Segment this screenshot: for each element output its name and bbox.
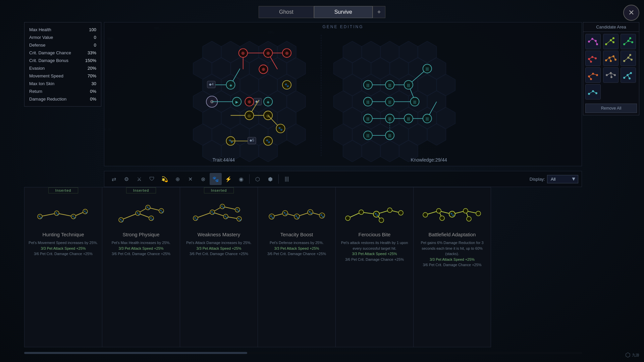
svg-text:⊕: ⊕ [262, 67, 265, 72]
card-stat1-ferocious: 3/3 Pet Attack Speed +25% [352, 251, 397, 257]
gene-diagram-weakness: 🐾 🐾 🐾 🐾 🐾 🐾 [189, 198, 249, 228]
filter-hex-fill-icon[interactable]: ⬢ [264, 173, 276, 185]
svg-point-128 [605, 59, 607, 61]
svg-point-144 [590, 78, 592, 80]
card-hunting-technique[interactable]: Inserted 🐾 🐾 🐾 🐾 Hunting Technique [24, 187, 102, 347]
svg-text:🐾: 🐾 [136, 212, 140, 216]
svg-text:⊕: ⊕ [266, 51, 270, 56]
candidate-item-1[interactable] [585, 34, 601, 49]
filter-shield-icon[interactable]: 🛡 [146, 173, 158, 185]
svg-text:|||: ||| [388, 83, 391, 87]
filter-bars-icon[interactable]: ||| [281, 173, 293, 185]
filter-swap-icon[interactable]: ⇄ [108, 173, 120, 185]
remove-all-button[interactable]: Remove All [585, 104, 637, 113]
svg-text:|||: ||| [413, 100, 416, 104]
svg-point-150 [606, 74, 608, 76]
card-strong-physique[interactable]: Inserted 🐾 🐾 🐾 🐾 🐾 [102, 187, 180, 347]
card-stat2-battlefield: 3/6 Pet Crit. Damage Chance +25% [423, 262, 481, 268]
svg-text:🐾: 🐾 [159, 209, 163, 213]
svg-point-131 [610, 60, 612, 62]
filter-bolt-icon[interactable]: ⚡ [222, 173, 234, 185]
svg-point-247 [467, 217, 471, 221]
svg-point-244 [463, 208, 468, 213]
gene-editing-area[interactable]: GENE EDITING [104, 22, 582, 166]
candidate-item-3[interactable] [621, 34, 636, 49]
svg-text:⊕: ⊕ [285, 51, 289, 56]
tab-survive[interactable]: Survive [314, 6, 373, 18]
stat-max-health: Max Health 100 [24, 26, 101, 34]
candidate-item-6[interactable] [621, 51, 636, 66]
logo-bottom-right: ⬡ 九游 [625, 351, 639, 359]
card-desc-weakness: Pet's Attack Damage increases by 25%. [186, 240, 252, 246]
svg-text:🐾: 🐾 [71, 215, 75, 219]
card-name-battlefield: Battlefield Adaptation [429, 232, 476, 237]
logo-icon: ⬡ [625, 351, 631, 359]
svg-point-228 [359, 210, 364, 215]
svg-point-152 [614, 74, 616, 76]
filter-circle-icon[interactable]: ⊕ [171, 173, 183, 185]
candidate-title: Candidate Area [583, 22, 639, 32]
candidate-item-9[interactable] [621, 67, 636, 83]
svg-point-138 [631, 59, 633, 61]
filter-bullseye-icon[interactable]: ◉ [235, 173, 247, 185]
candidate-item-10[interactable] [585, 84, 601, 100]
filter-attack-icon[interactable]: ⚔ [133, 173, 145, 185]
candidate-item-5[interactable] [603, 51, 619, 66]
display-label: Display: [530, 177, 545, 182]
candidate-item-4[interactable] [585, 51, 601, 66]
svg-text:🐾: 🐾 [270, 215, 274, 219]
card-name-hunting: Hunting Technique [43, 232, 84, 237]
gene-icon-weakness: 🐾 🐾 🐾 🐾 🐾 🐾 [183, 195, 254, 232]
svg-point-245 [476, 211, 481, 216]
close-button[interactable]: ✕ [623, 5, 639, 21]
filter-gear-icon[interactable]: ⚙ [120, 173, 132, 185]
tab-add-button[interactable]: + [373, 6, 385, 18]
card-tenacity-boost[interactable]: 🐾 🐾 🐾 🐾 🐾 Tenacity Boost Pet's Defense i… [258, 187, 335, 347]
gene-diagram-hunting: 🐾 🐾 🐾 🐾 [33, 198, 94, 228]
cards-area[interactable]: Inserted 🐾 🐾 🐾 🐾 Hunting Technique [24, 187, 644, 347]
display-dropdown[interactable]: All Inserted Available [547, 175, 578, 183]
svg-point-136 [623, 60, 625, 62]
candidate-item-7[interactable] [585, 67, 601, 83]
svg-point-132 [614, 59, 616, 61]
gene-icon-hunting: 🐾 🐾 🐾 🐾 [28, 195, 99, 232]
stat-armor: Armor Value 0 [24, 34, 101, 41]
filter-cross-icon[interactable]: ✕ [184, 173, 196, 185]
svg-text:|||: ||| [367, 83, 370, 87]
svg-text:◆4: ◆4 [209, 82, 214, 86]
filter-hex-outline-icon[interactable]: ⬡ [252, 173, 264, 185]
card-weakness-mastery[interactable]: Inserted 🐾 🐾 🐾 🐾 🐾 [180, 187, 258, 347]
card-stat1-tenacity: 3/3 Pet Attack Speed +25% [274, 246, 319, 251]
filter-circle2-icon[interactable]: ⊗ [197, 173, 209, 185]
svg-text:▶: ▶ [235, 100, 238, 104]
stat-return: Return 0% [24, 87, 101, 95]
svg-point-143 [588, 75, 590, 77]
card-desc-physique: Pet's Max Health increases by 25%. [112, 240, 171, 246]
svg-point-99 [588, 41, 590, 43]
display-dropdown-container[interactable]: All Inserted Available ▼ [547, 175, 578, 183]
svg-point-151 [610, 72, 612, 74]
card-battlefield[interactable]: 🐾 Battlefield Adaptation Pet gains 6% Da… [413, 187, 491, 347]
tab-ghost[interactable]: Ghost [259, 6, 314, 18]
main-container: NH₂ NH₂ H-N N NH₂ N NH₂ N ✕ Ghost Surviv… [0, 0, 644, 362]
stats-panel: Max Health 100 Armor Value 0 Defense 0 C… [24, 22, 101, 107]
filter-damage-icon[interactable]: 💫 [159, 173, 171, 185]
svg-text:|||: ||| [388, 133, 391, 137]
svg-point-120 [588, 58, 590, 60]
card-ferocious-bite[interactable]: 🐾 Ferocious Bite Pet's attack restores i… [335, 187, 413, 347]
candidate-item-2[interactable] [603, 34, 619, 49]
scroll-thumb[interactable] [24, 352, 247, 354]
svg-text:🐾: 🐾 [224, 215, 228, 219]
svg-text:🐾: 🐾 [450, 212, 454, 217]
gene-diagram-ferocious: 🐾 [344, 198, 405, 228]
svg-text:|||: ||| [426, 117, 429, 121]
svg-text:⊕: ⊕ [248, 99, 251, 104]
svg-point-139 [629, 54, 631, 56]
filter-paw-icon[interactable]: 🐾 [210, 173, 222, 185]
candidate-item-8[interactable] [603, 67, 619, 83]
stat-evasion: Evasion 20% [24, 64, 101, 72]
gene-icon-battlefield: 🐾 [417, 195, 487, 232]
svg-point-240 [423, 213, 428, 217]
svg-text:🐾: 🐾 [320, 214, 324, 218]
svg-point-113 [623, 43, 625, 45]
